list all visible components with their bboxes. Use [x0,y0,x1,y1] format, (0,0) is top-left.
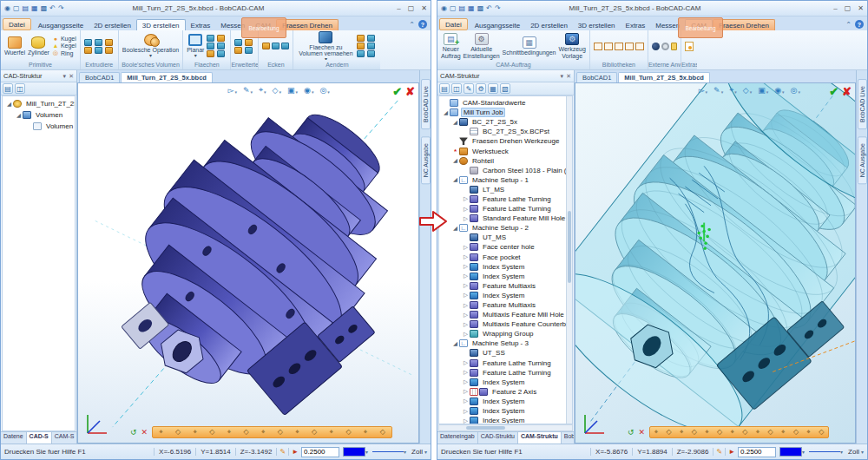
ribbon-tab[interactable]: 2D erstellen [525,20,573,30]
color-swatch[interactable] [779,447,802,457]
ribbon-tab[interactable]: Datei [439,18,468,30]
panel-close-icon[interactable]: ✕ [566,73,571,80]
tree-item[interactable]: Volumen 1 [3,121,75,132]
tree-expander[interactable]: ▷ [462,359,470,366]
adv-surface-tool-icon[interactable] [234,39,242,46]
view-preset-icon[interactable]: ⌖ [756,427,760,437]
panel-tool-icon[interactable]: ▤ [439,83,450,94]
tree-item[interactable]: ▷ Index System [439,262,572,272]
schnittbedingungen-button[interactable]: ▦Schnittbedingungen [503,36,556,56]
library-icon[interactable] [594,43,602,50]
tree-expander[interactable]: ▷ [462,244,470,251]
qat-icon[interactable]: ▩ [41,4,48,12]
tree-expander[interactable]: ◢ [451,340,459,347]
extrude-tool-icon[interactable] [95,47,102,54]
library-icon[interactable] [615,43,623,50]
panel-tab[interactable]: CAM-S [52,432,76,444]
tree-item[interactable]: ▷ Index System [439,416,572,424]
view-preset-icon[interactable]: ◇ [345,427,351,437]
snap-settings-icon[interactable]: ✎ [276,448,288,456]
document-tab[interactable]: Mill_Turn_2T_2S_5x.bbcd [121,72,213,82]
panel-tab[interactable]: CAD-Struktu [478,432,518,444]
snap-settings-icon[interactable]: ✎ [713,448,725,456]
tree-expander[interactable]: ▷ [462,417,470,424]
tree-expander[interactable]: ▷ [462,331,470,338]
modify-tool-icon[interactable] [367,35,375,42]
qat-icon[interactable]: ↶ [486,4,492,12]
library-icon[interactable] [604,43,613,50]
ribbon-tab[interactable]: Extras [621,20,651,30]
view-preset-icon[interactable]: ⌖ [731,427,735,437]
view-preset-icon[interactable]: ◇ [278,427,283,437]
tree-item[interactable]: ▷ Index System [439,272,572,281]
confirm-icon[interactable]: ✔ [392,85,402,98]
tree-item[interactable]: ▷ Feature Lathe Turning [439,358,572,368]
viewport-tool-icon[interactable]: ▻▾ [227,85,236,95]
tree-expander[interactable]: ▷ [462,195,470,202]
tree-item[interactable]: ▷ Feature Multiaxis [439,281,572,291]
tree-item[interactable]: ▷ Index System [439,378,572,387]
qat-icon[interactable]: ↷ [58,4,64,12]
document-tab[interactable]: BobCAD1 [576,72,617,82]
ribbon-tab[interactable]: Ausgangsseite [33,20,89,30]
qat-icon[interactable]: ▦ [468,4,475,12]
view-preset-icon[interactable]: ⌖ [781,427,786,437]
library-icon[interactable] [625,43,634,50]
maximize-button[interactable]: ▢ [845,4,852,12]
viewport-tool-icon[interactable]: ◇▾ [743,85,752,95]
view-preset-icon[interactable]: ⌖ [806,427,811,437]
tree-expander[interactable]: ▷ [462,378,470,385]
tree-item[interactable]: ▷ Feature Multiaxis [439,300,572,310]
qat-icon[interactable]: ▢ [450,4,457,12]
tree-item[interactable]: ▷ Feature 2 Axis [439,387,572,397]
tree-expander[interactable]: ◢ [442,109,450,116]
ortho-icon[interactable]: ► [725,448,738,456]
view-preset-icon[interactable]: ◇ [793,427,799,437]
tree-item[interactable]: ◢ BC_2T_2S_5x [439,117,572,127]
tree-expander[interactable]: ▷ [462,292,470,299]
tree-item[interactable]: CAM-Standardwerte [439,98,572,108]
panel-tab[interactable]: Datene [1,432,27,444]
view-preset-icon[interactable]: ◇ [819,427,824,437]
panel-tab[interactable]: CAD-S [27,432,52,444]
units-dropdown[interactable]: Zoll [410,448,424,456]
tree-expander[interactable]: ▷ [462,282,470,289]
tree-expander[interactable]: ▷ [462,253,470,260]
tree-item[interactable]: ◢ Volumen [3,109,75,121]
corner-tool-icon[interactable] [281,43,289,49]
viewport-tool-icon[interactable]: ◎▾ [319,85,329,95]
document-tab[interactable]: BobCAD1 [79,72,120,82]
adv-surface-tool-icon[interactable] [245,39,253,46]
ribbon-tab[interactable]: Ausgangsseite [470,20,525,30]
increment-input[interactable] [301,447,339,457]
adv-surface-tool-icon[interactable] [245,47,253,54]
tree-item[interactable]: UT_SS [439,348,572,358]
extrude-tool-icon[interactable] [105,39,113,46]
ribbon-tab[interactable]: Datei [3,18,31,30]
tree-item[interactable]: ▷ Index System [439,397,572,406]
help-icon[interactable]: ? [855,20,864,29]
tree-expander[interactable]: ◢ [15,112,23,119]
view-preset-icon[interactable]: ◇ [717,427,722,437]
units-dropdown[interactable]: Zoll [846,448,861,456]
view-preset-icon[interactable]: ⌖ [654,427,659,437]
tree-expander[interactable]: ▷ [462,215,470,222]
modify-tool-icon[interactable] [357,50,365,57]
panel-tool-icon[interactable]: ▦ [488,83,498,94]
view-preset-icon[interactable]: ◇ [380,427,385,437]
tree-expander[interactable]: ▷ [462,206,470,213]
flaechen-zu-volumen-button[interactable]: Flaechen zu Volumen vernaehen▾ [297,31,354,62]
ribbon-tab[interactable]: 2D erstellen [89,20,136,30]
extras-icon[interactable] [685,42,694,51]
minimize-button[interactable]: – [833,4,837,12]
aktuelle-einstellungen-button[interactable]: ⚙AktuelleEinstellungen [464,33,500,59]
view-preset-icon[interactable]: ⌖ [364,427,368,437]
help-icon[interactable]: ? [418,20,427,29]
tree-item[interactable]: ◢ Rohteil [439,156,572,166]
tree-item[interactable]: ▷ Multiaxis Feature Counterbore [439,319,572,329]
document-tab[interactable]: Mill_Turn_2T_2S_5x.bbcd [618,72,710,82]
external-app-icon[interactable] [652,43,660,50]
tree-expander[interactable]: ▷ [462,263,470,270]
extrude-tool-icon[interactable] [84,47,92,54]
extrude-tool-icon[interactable] [105,47,113,54]
